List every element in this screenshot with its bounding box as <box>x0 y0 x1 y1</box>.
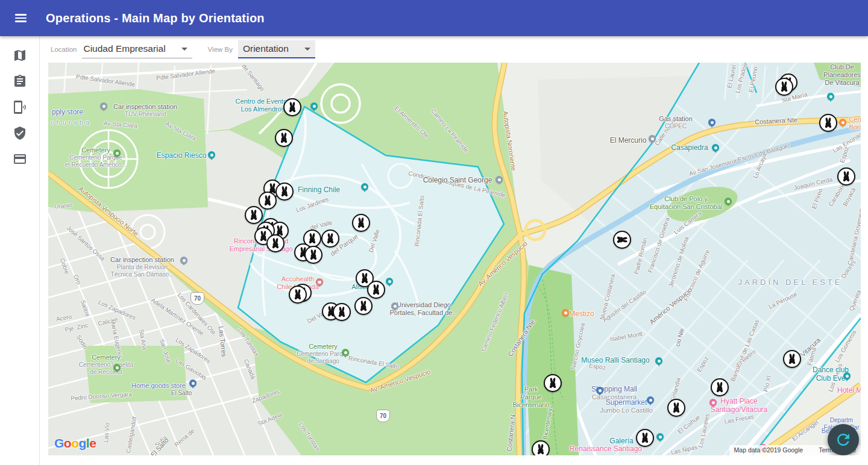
poi-pin-icon <box>647 396 654 404</box>
poi-pin-icon <box>361 183 368 190</box>
scooter-marker[interactable] <box>275 129 293 147</box>
map-label: Rinconada El Salto <box>414 195 426 247</box>
scooter-marker[interactable] <box>636 429 654 447</box>
poi-pin-icon <box>596 387 603 394</box>
map-icon <box>13 48 27 63</box>
poi-pin-icon <box>655 357 662 364</box>
scooter-marker[interactable] <box>275 183 294 201</box>
map-label: Salitre <box>79 299 91 318</box>
scooter-marker[interactable] <box>775 78 793 96</box>
map-label: Car inspection stationPlanta de Revisión… <box>110 256 174 278</box>
map-label: Jerónimo de Molina <box>667 236 690 289</box>
map-label: Padre Román <box>633 237 649 275</box>
map-label: Queréta <box>848 289 861 312</box>
poi-pin-icon <box>310 102 318 110</box>
map-label: Colegio Saint George <box>423 176 492 184</box>
map-label: Centro de EventosLos Almendros <box>235 98 290 113</box>
map-label: Francisco de Ginebra <box>647 217 671 274</box>
map-label: Camino La Pirámide <box>429 108 470 154</box>
map-label: Av Sta Clara <box>165 120 198 143</box>
sidebar-item-map[interactable] <box>7 42 33 68</box>
scooter-marker[interactable] <box>532 440 550 455</box>
map-label: San José <box>158 338 172 364</box>
refresh-icon <box>834 431 852 449</box>
poi-pin-icon <box>712 144 719 151</box>
rabbit-icon <box>714 381 726 393</box>
rabbit-icon <box>306 232 318 245</box>
map-label: Autopista Nororiente <box>502 110 518 171</box>
poi-pin-icon <box>843 372 851 379</box>
scooter-marker[interactable] <box>354 297 373 315</box>
view-by-select[interactable]: Orientation <box>238 40 315 58</box>
scooter-marker[interactable] <box>321 229 339 248</box>
sidebar-item-assignment[interactable] <box>7 68 33 94</box>
poi-pin-icon <box>708 119 715 126</box>
scooter-marker[interactable] <box>259 192 277 210</box>
poi-pin-icon <box>386 278 393 285</box>
menu-icon[interactable] <box>7 5 34 31</box>
poi-pin-icon <box>100 102 107 110</box>
map-viewport[interactable]: Pdte Salvador AllendePdte Salvador Allen… <box>48 63 861 455</box>
rabbit-icon <box>269 237 281 249</box>
scooter-marker[interactable] <box>819 114 837 132</box>
route-shield: 70 <box>190 292 204 305</box>
scooter-marker[interactable] <box>266 234 285 252</box>
map-label: Autopista Vespucio Norte <box>77 185 140 238</box>
map-label: Pje. Zinc <box>64 322 89 334</box>
map-label: Los Turistas <box>236 326 260 357</box>
map-label: Car inspection stationTUV Rheinland <box>113 103 177 118</box>
scooter-marker[interactable] <box>544 374 562 392</box>
map-label: Casapiedra <box>671 143 708 152</box>
scooter-marker[interactable] <box>783 350 801 368</box>
chevron-down-icon <box>181 48 187 51</box>
map-label: Costanera Nte. <box>755 116 800 126</box>
refresh-button[interactable] <box>828 424 859 455</box>
sidebar-item-verified-user[interactable] <box>7 120 33 146</box>
map-label: Home goods store <box>131 382 186 390</box>
assignment-icon <box>13 74 27 89</box>
map-label: El Mercurio <box>610 136 647 145</box>
poi-pin-icon <box>180 257 187 264</box>
map-label: María Eugenia <box>108 319 124 358</box>
rabbit-icon <box>307 249 319 261</box>
rabbit-icon <box>262 195 274 207</box>
scooter-marker[interactable] <box>367 281 385 299</box>
rabbit-icon <box>778 81 790 93</box>
google-logo[interactable]: Google <box>54 436 96 451</box>
map-label: churaba <box>51 119 92 126</box>
scooter-marker[interactable] <box>304 246 322 264</box>
map-label: José Santos Ossa <box>65 224 106 262</box>
poi-pin-icon <box>649 135 656 142</box>
map-label: Américo Vespucio <box>648 286 694 326</box>
scooter-marker[interactable] <box>667 399 685 417</box>
map-label: Universidad DiegoPortales, Facultad de..… <box>389 301 458 317</box>
sidebar-item-payment[interactable] <box>7 146 33 172</box>
scooter-marker[interactable] <box>711 378 729 396</box>
scooter-marker[interactable] <box>289 286 307 304</box>
scooter-marker[interactable] <box>283 98 301 116</box>
rabbit-icon <box>355 217 367 229</box>
poi-pin-icon <box>709 399 717 406</box>
map-label: Av. Américo Vespucio <box>369 368 432 395</box>
poi-pin-icon <box>495 176 503 183</box>
view-by-label: View By <box>208 46 233 53</box>
map-label: Costanera Nte. <box>506 317 538 358</box>
scooter-marker[interactable] <box>613 231 631 249</box>
scooter-marker[interactable] <box>333 303 351 321</box>
location-select[interactable]: Ciudad Empresarial <box>82 40 192 58</box>
rabbit-icon <box>248 209 260 221</box>
scooter-marker[interactable] <box>245 206 263 224</box>
app-header: Operations - Main Map by Orientation <box>0 0 868 36</box>
scooter-marker[interactable] <box>352 214 370 232</box>
rabbit-icon <box>786 353 798 365</box>
rabbit-icon <box>547 377 559 389</box>
map-label: Camino Federico Albert <box>480 292 510 352</box>
poi-pin-icon <box>342 349 349 356</box>
map-label: Pdte Salvador Allende <box>156 67 215 82</box>
sidebar-item-phonelink-ring[interactable] <box>7 94 33 120</box>
map-label: CemeteryCementerio Israelitade Recoleta <box>79 354 133 376</box>
map-label: Las Ñipas <box>670 444 698 455</box>
rabbit-icon <box>286 101 298 113</box>
scooter-marker[interactable] <box>837 167 855 186</box>
rabbit-icon <box>616 234 628 246</box>
